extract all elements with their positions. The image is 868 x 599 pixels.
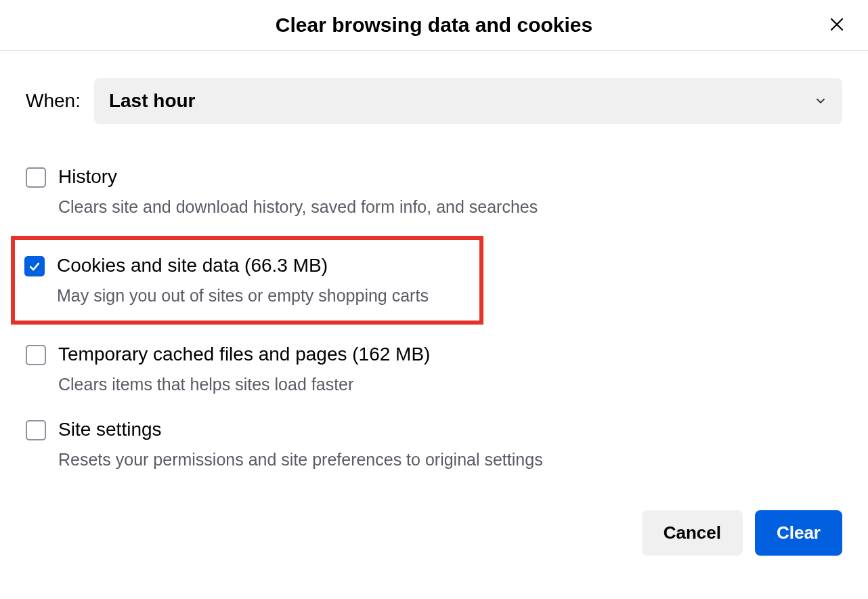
option-text: Temporary cached files and pages (162 MB… — [58, 344, 842, 394]
close-icon — [829, 16, 845, 35]
time-range-row: When: Last hour — [26, 78, 842, 124]
option-title: Temporary cached files and pages (162 MB… — [58, 344, 842, 365]
time-range-dropdown[interactable]: Last hour — [94, 78, 842, 124]
options-list: History Clears site and download history… — [26, 154, 842, 482]
dialog-title: Clear browsing data and cookies — [276, 14, 592, 37]
chevron-down-icon — [814, 94, 827, 108]
option-title: History — [58, 166, 842, 188]
option-desc: Resets your permissions and site prefere… — [58, 450, 842, 470]
dialog-header: Clear browsing data and cookies — [0, 0, 868, 51]
option-text: History Clears site and download history… — [58, 166, 842, 217]
option-history: History Clears site and download history… — [26, 154, 842, 229]
dialog-footer: Cancel Clear — [0, 502, 868, 569]
time-range-value: Last hour — [109, 90, 196, 112]
option-desc: Clears items that helps sites load faste… — [58, 375, 842, 394]
option-desc: May sign you out of sites or empty shopp… — [57, 286, 470, 306]
option-title: Site settings — [58, 419, 842, 440]
option-text: Site settings Resets your permissions an… — [58, 419, 842, 470]
option-title: Cookies and site data (66.3 MB) — [57, 255, 470, 276]
cancel-button[interactable]: Cancel — [642, 510, 743, 556]
checkbox-cache[interactable] — [26, 345, 46, 365]
checkbox-site-settings[interactable] — [26, 420, 46, 440]
checkbox-cookies[interactable] — [24, 256, 45, 276]
option-desc: Clears site and download history, saved … — [58, 197, 842, 217]
option-text: Cookies and site data (66.3 MB) May sign… — [57, 255, 470, 306]
option-cache: Temporary cached files and pages (162 MB… — [26, 331, 842, 407]
clear-button[interactable]: Clear — [755, 510, 842, 556]
close-button[interactable] — [825, 13, 849, 37]
option-cookies: Cookies and site data (66.3 MB) May sign… — [11, 236, 483, 325]
dialog-content: When: Last hour History Clears site and … — [0, 51, 868, 502]
option-site-settings: Site settings Resets your permissions an… — [26, 407, 842, 482]
time-range-label: When: — [26, 90, 81, 112]
checkbox-history[interactable] — [26, 167, 46, 188]
